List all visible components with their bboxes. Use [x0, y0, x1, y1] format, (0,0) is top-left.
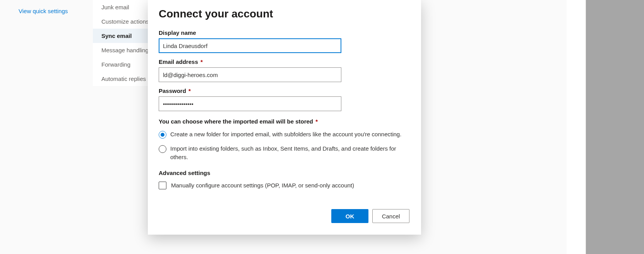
required-asterisk: *: [314, 118, 318, 125]
radio-icon: [159, 131, 166, 139]
sidebar-item-junk-email[interactable]: Junk email: [93, 0, 155, 14]
cancel-button[interactable]: Cancel: [372, 209, 409, 223]
dialog-title: Connect your account: [159, 8, 410, 20]
sidebar-item-customize-actions[interactable]: Customize actions: [93, 14, 155, 29]
password-input[interactable]: [159, 96, 341, 111]
radio-create-new-folder[interactable]: Create a new folder for imported email, …: [159, 130, 410, 139]
ok-button[interactable]: OK: [331, 209, 368, 223]
required-asterisk: *: [199, 58, 203, 65]
email-label: Email address *: [159, 58, 410, 65]
storage-heading: You can choose where the imported email …: [159, 118, 410, 125]
required-asterisk: *: [187, 88, 191, 94]
sidebar-item-message-handling[interactable]: Message handling: [93, 43, 155, 57]
sidebar-item-automatic-replies[interactable]: Automatic replies: [93, 72, 155, 86]
email-input[interactable]: [159, 67, 341, 82]
radio-label: Create a new folder for imported email, …: [170, 130, 401, 139]
checkbox-icon: [159, 182, 166, 189]
manual-configure-checkbox[interactable]: Manually configure account settings (POP…: [159, 182, 410, 189]
email-label-text: Email address: [159, 58, 198, 65]
radio-icon: [159, 145, 166, 153]
checkbox-label: Manually configure account settings (POP…: [171, 182, 354, 189]
radio-label: Import into existing folders, such as In…: [170, 144, 402, 162]
password-label: Password *: [159, 88, 410, 94]
display-name-label: Display name: [159, 29, 410, 36]
password-label-text: Password: [159, 88, 186, 94]
storage-heading-text: You can choose where the imported email …: [159, 118, 313, 125]
connect-account-dialog: Connect your account Display name Email …: [148, 0, 421, 235]
dialog-button-row: OK Cancel: [331, 209, 409, 223]
advanced-heading: Advanced settings: [159, 170, 410, 176]
view-quick-settings-link[interactable]: View quick settings: [19, 8, 68, 14]
sidebar-item-sync-email[interactable]: Sync email: [93, 29, 155, 43]
right-white-panel: [567, 0, 586, 254]
sidebar-item-forwarding[interactable]: Forwarding: [93, 57, 155, 72]
right-gray-strip: [586, 0, 644, 254]
radio-import-existing[interactable]: Import into existing folders, such as In…: [159, 144, 410, 162]
settings-sidebar: Junk email Customize actions Sync email …: [93, 0, 155, 86]
display-name-input[interactable]: [159, 38, 341, 53]
